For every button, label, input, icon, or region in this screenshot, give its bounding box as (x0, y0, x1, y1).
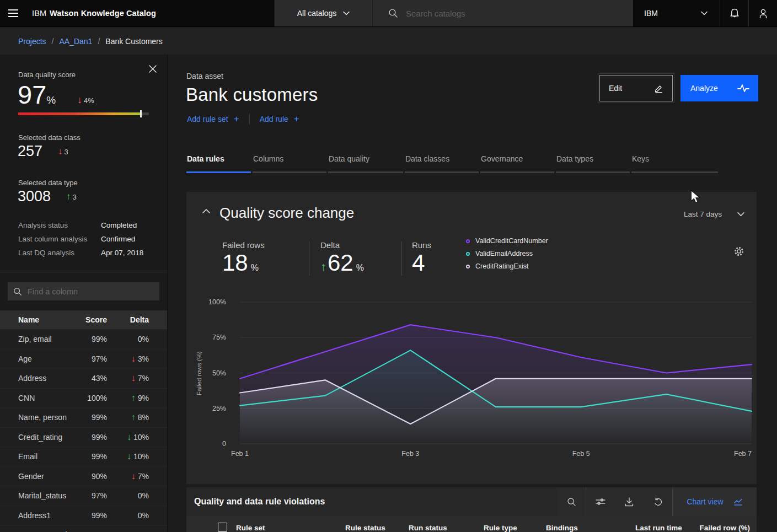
tab-columns[interactable]: Columns (253, 154, 326, 173)
analysis-status-row: Analysis statusCompleted (18, 221, 156, 229)
column-score-row[interactable]: Gender90%↓7% (0, 466, 168, 486)
data-type-delta: ↑ 3 (66, 191, 77, 202)
app-screen: IBM Watson Knowledge Catalog All catalog… (0, 0, 777, 532)
violations-toolbar: Chart view (557, 487, 757, 516)
svg-text:0: 0 (222, 440, 226, 448)
column-score-row[interactable]: Account_number100%↑4% (0, 525, 168, 532)
chart-view-toggle[interactable]: Chart view (673, 487, 757, 516)
legend-dot-icon (466, 239, 470, 243)
svg-text:Feb 5: Feb 5 (572, 450, 590, 458)
column-score-row[interactable]: Address43%↓7% (0, 368, 168, 388)
column-score-row[interactable]: Credit_rating99%↓10% (0, 427, 168, 447)
column-score-table-body: Zip, email99%0%Age97%↓3%Address43%↓7%CNN… (0, 329, 168, 532)
find-column-input[interactable] (28, 287, 149, 296)
tab-data-classes[interactable]: Data classes (405, 154, 479, 173)
settings-gear-icon[interactable] (733, 246, 744, 257)
reset-button[interactable] (644, 487, 672, 516)
legend-label: ValidCreditCardNumber (475, 237, 548, 245)
column-score-row[interactable]: CNN100%↑9% (0, 388, 168, 408)
column-delta: 0% (107, 491, 149, 500)
filter-button[interactable] (586, 487, 615, 516)
asset-tabs: Data rulesColumnsData qualityData classe… (186, 154, 720, 173)
arrow-down-icon: ↓ (131, 354, 136, 364)
tab-governance[interactable]: Governance (480, 154, 554, 173)
link-divider (249, 114, 250, 125)
chart-panel-header: Quality score change Last 7 days (186, 192, 757, 234)
quality-line-chart[interactable]: 100%75%50%25%0Failed rows (%)Feb 1Feb 3F… (186, 294, 757, 465)
column-score-row[interactable]: Address199%0% (0, 506, 168, 525)
plus-icon: + (294, 114, 299, 125)
breadcrumb-current: Bank Customers (105, 37, 162, 46)
add-rule-set-link[interactable]: Add rule set+ (187, 114, 239, 125)
column-score: 97% (73, 491, 107, 500)
asset-type-label: Data asset (186, 72, 223, 80)
column-score-row[interactable]: Age97%↓3% (0, 349, 168, 369)
gauge-marker (140, 110, 142, 117)
column-name: Name, person (18, 413, 73, 422)
close-icon[interactable] (148, 65, 157, 73)
header-name: Name (18, 315, 73, 324)
edit-button[interactable]: Edit (599, 75, 673, 101)
settings-adjust-icon (596, 497, 605, 506)
dq-score-value: 97% (18, 79, 56, 110)
svg-text:Failed rows (%): Failed rows (%) (196, 351, 202, 395)
breadcrumb-link[interactable]: Projects (18, 37, 46, 46)
chart-stats: Failed rows 18% Delta ↑62% Runs 4 (222, 240, 431, 276)
tab-data-rules[interactable]: Data rules (186, 154, 251, 173)
tab-data-types[interactable]: Data types (556, 154, 630, 173)
menu-icon[interactable] (0, 0, 26, 26)
add-rule-link[interactable]: Add rule+ (260, 114, 299, 125)
legend-label: CreditRatingExist (475, 262, 529, 270)
column-name: Address1 (18, 511, 73, 520)
chart-line-icon (733, 498, 743, 506)
column-score: 43% (73, 374, 107, 383)
catalog-selector-label: All catalogs (297, 9, 337, 18)
arrow-down-icon: ↓ (127, 432, 131, 442)
data-type-value: 3008 (18, 188, 51, 205)
legend-item[interactable]: CreditRatingExist (466, 262, 548, 270)
column-delta: ↑8% (107, 412, 149, 422)
time-range-selector[interactable]: Last 7 days (684, 210, 744, 218)
tab-data-quality[interactable]: Data quality (328, 154, 403, 173)
collapse-caret-icon[interactable] (202, 208, 211, 214)
chevron-down-icon (701, 11, 708, 15)
activity-pulse-icon (737, 83, 749, 93)
column-score-row[interactable]: Name, person99%↑8% (0, 407, 168, 427)
svg-text:50%: 50% (212, 369, 226, 377)
column-score-row[interactable]: Marital_status97%0% (0, 486, 168, 506)
last-dq-analysis-row: Last DQ analysisApr 07, 2018 (18, 249, 156, 257)
data-class-label: Selected data class (18, 133, 81, 142)
legend-item[interactable]: ValidEmailAddress (466, 250, 548, 257)
violations-header-rule-type: Rule type (484, 524, 517, 532)
legend-item[interactable]: ValidCreditCardNumber (466, 237, 548, 245)
last-column-analysis-row: Last column analysisConfirmed (18, 235, 156, 243)
column-delta: 0% (107, 335, 149, 343)
catalog-selector[interactable]: All catalogs (274, 0, 372, 26)
table-search-button[interactable] (557, 487, 586, 516)
breadcrumb-link[interactable]: AA_Dan1 (59, 37, 92, 46)
tab-keys[interactable]: Keys (631, 154, 718, 173)
search-input[interactable] (406, 9, 593, 18)
column-score-row[interactable]: Email99%↓10% (0, 447, 168, 466)
column-score: 99% (73, 335, 107, 343)
app-title: IBM Watson Knowledge Catalog (26, 0, 156, 26)
violations-header-failed-row: Failed row (%) (699, 524, 750, 532)
violations-header-run-status: Run status (409, 524, 447, 532)
account-selector[interactable]: IBM (633, 0, 720, 26)
column-score: 90% (73, 472, 107, 481)
column-score-table-header: Name Score Delta (0, 310, 168, 329)
chevron-down-icon (343, 11, 350, 15)
account-label: IBM (644, 9, 658, 18)
notifications-button[interactable] (720, 0, 748, 26)
user-menu-button[interactable] (748, 0, 777, 26)
violations-header-last-run-time: Last run time (635, 524, 682, 532)
analyze-button[interactable]: Analyze (680, 75, 758, 101)
download-button[interactable] (615, 487, 644, 516)
column-delta: ↑9% (107, 393, 149, 403)
arrow-up-icon: ↑ (320, 260, 326, 273)
select-all-checkbox[interactable] (218, 523, 227, 532)
header-buttons: Edit Analyze (599, 75, 758, 101)
download-icon (625, 497, 634, 507)
column-score-row[interactable]: Zip, email99%0% (0, 329, 168, 349)
chart-panel-title: Quality score change (219, 205, 354, 222)
